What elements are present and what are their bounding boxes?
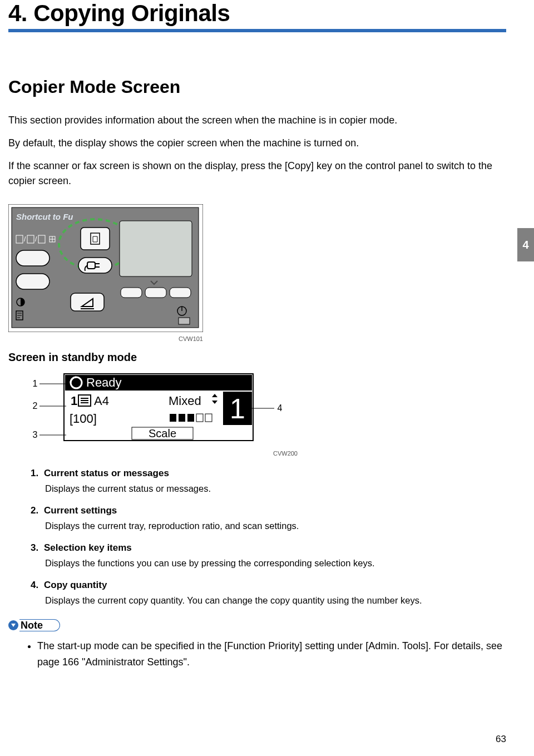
paragraph-2: By default, the display shows the copier… [8, 136, 506, 151]
select-key-2 [145, 288, 166, 298]
chapter-rule [8, 29, 506, 32]
list-title: Selection key items [44, 542, 132, 553]
shortcut-label: Shortcut to Fu [16, 212, 73, 221]
quantity-value: 1 [230, 393, 245, 424]
page: 4. Copying Originals 4 Copier Mode Scree… [0, 0, 534, 756]
list-item: 4.Copy quantity Displays the current cop… [31, 580, 506, 606]
list-desc: Displays the current tray, reproduction … [45, 521, 506, 531]
ratio-label: [100] [70, 412, 97, 426]
note-badge: Note [8, 619, 60, 631]
list-title: Copy quantity [44, 580, 107, 590]
svg-rect-22 [179, 414, 185, 422]
svg-rect-23 [187, 414, 194, 422]
svg-rect-21 [170, 414, 176, 422]
note-list: The start-up mode can be specified in th… [37, 638, 506, 670]
callout-3: 3 [33, 430, 38, 439]
subheading-standby: Screen in standby mode [8, 351, 506, 364]
select-key-1 [121, 288, 142, 298]
ready-label: Ready [86, 375, 122, 389]
display-screen [120, 221, 192, 276]
note-text: The start-up mode can be specified in th… [37, 638, 506, 670]
list-desc: Displays the current status or messages. [45, 483, 506, 494]
screen-figure: Ready 1 A4 Mixed [100] 1 [31, 373, 298, 448]
side-chapter-tab: 4 [517, 228, 534, 261]
mixed-label: Mixed [169, 394, 201, 408]
list-title: Current status or messages [44, 468, 169, 478]
figure2-caption: CVW200 [31, 450, 298, 457]
control-panel-figure: Shortcut to Fu / / [8, 204, 203, 332]
screen-svg: Ready 1 A4 Mixed [100] 1 [31, 373, 298, 448]
paragraph-3: If the scanner or fax screen is shown on… [8, 159, 506, 189]
list-num: 2. [31, 505, 44, 516]
tray-number: 1 [71, 394, 77, 408]
list-num: 1. [31, 468, 44, 479]
copy-key-icon [91, 233, 100, 244]
list-desc: Displays the current copy quantity. You … [45, 595, 506, 606]
callout-description-list: 1.Current status or messages Displays th… [31, 468, 506, 606]
list-item: 3.Selection key items Displays the funct… [31, 542, 506, 569]
list-title: Current settings [44, 505, 117, 516]
list-item: 1.Current status or messages Displays th… [31, 468, 506, 494]
figure1-caption: CVW101 [8, 335, 203, 342]
note-arrow-icon [8, 620, 18, 630]
left-button-2 [16, 274, 50, 289]
chapter-title: 4. Copying Originals [8, 0, 506, 27]
list-num: 3. [31, 542, 44, 554]
note-label: Note [19, 619, 60, 631]
callout-2: 2 [33, 401, 38, 411]
list-desc: Displays the functions you can use by pr… [45, 558, 506, 569]
left-button-1 [16, 250, 50, 266]
control-panel-svg: Shortcut to Fu / / [8, 204, 203, 332]
section-title: Copier Mode Screen [8, 77, 506, 97]
list-item: 2.Current settings Displays the current … [31, 505, 506, 531]
paper-size-label: A4 [94, 394, 109, 408]
list-num: 4. [31, 580, 44, 591]
paragraph-1: This section provides information about … [8, 113, 506, 128]
callout-4: 4 [278, 403, 283, 413]
page-number: 63 [496, 734, 506, 745]
power-light [179, 318, 190, 324]
select-key-3 [170, 288, 191, 298]
callout-1: 1 [33, 379, 38, 388]
scale-label: Scale [149, 427, 176, 439]
